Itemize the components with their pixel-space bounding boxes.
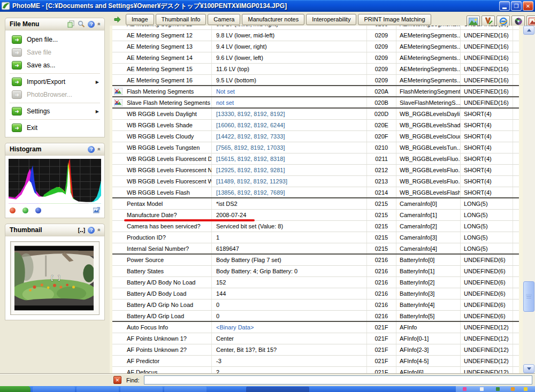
histogram-help-icon[interactable]: ? bbox=[88, 146, 95, 153]
value-cell: 9.5 LV (bottom) bbox=[211, 75, 366, 85]
menu-item-exit[interactable]: ➜Exit bbox=[5, 121, 104, 134]
internet-explorer-button[interactable] bbox=[496, 16, 510, 27]
value-cell: 9.6 LV (lower, left) bbox=[211, 52, 366, 63]
value-cell: Not set bbox=[211, 86, 366, 96]
tray-icon[interactable] bbox=[524, 387, 528, 391]
windows-taskbar bbox=[0, 386, 535, 392]
tab-thumbnail-info[interactable]: Thumbnail Info bbox=[156, 14, 207, 25]
table-row[interactable]: Battery A/D Body Load1440216BatteryInfo[… bbox=[112, 288, 519, 299]
web-update-button[interactable] bbox=[511, 16, 525, 27]
name-cell: Flash Metering Segments bbox=[124, 86, 211, 96]
table-row[interactable]: Battery A/D Grip Load00216BatteryInfo[5]… bbox=[112, 311, 519, 322]
table-row[interactable]: Battery A/D Body No Load1520216BatteryIn… bbox=[112, 277, 519, 288]
table-row[interactable]: AE Metering Segment 1511.6 LV (top)0209A… bbox=[112, 64, 519, 75]
table-row[interactable]: WB RGGB Levels Tungsten[7565, 8192, 8192… bbox=[112, 142, 519, 153]
table-row[interactable]: Battery A/D Grip No Load00216BatteryInfo… bbox=[112, 299, 519, 311]
table-row[interactable]: Auto Focus Info<Binary Data>021FAFInfoUN… bbox=[112, 322, 519, 333]
table-row[interactable]: AE Metering Segment 149.6 LV (lower, lef… bbox=[112, 52, 519, 64]
file-menu-body: ➜Open file...➜Save file➜Save as...➜Impor… bbox=[5, 30, 105, 137]
print-image-matching-button[interactable] bbox=[526, 16, 535, 27]
annotation-underline bbox=[124, 219, 255, 221]
table-row[interactable]: AF Defocus2021FAFInfo[6]UNDEFINED(12) bbox=[112, 367, 519, 373]
table-row[interactable]: AE Metering Segment 129.8 LV (lower, mid… bbox=[112, 30, 519, 41]
tray-icon[interactable] bbox=[496, 387, 500, 391]
table-row[interactable]: WB RGGB Levels Shade[16060, 8192, 8192, … bbox=[112, 120, 519, 131]
row-icon-cell bbox=[112, 311, 124, 321]
tray-icon[interactable] bbox=[511, 387, 515, 391]
minimize-button[interactable] bbox=[499, 1, 510, 11]
table-row[interactable]: WB RGGB Levels Flash[13856, 8192, 8192, … bbox=[112, 187, 519, 198]
thumbnail-collapse-icon[interactable]: » bbox=[96, 229, 102, 232]
menu-item-open-file-[interactable]: ➜Open file... bbox=[5, 33, 104, 46]
table-row[interactable]: AF Points Unknown 2?Center, Bit 13?, Bit… bbox=[112, 344, 519, 356]
type-cell: LONG(5) bbox=[460, 221, 513, 232]
table-row[interactable]: Pentax Model*ist DS20215CameraInfo[0]LON… bbox=[112, 198, 519, 210]
table-row[interactable]: AE Metering Segment 169.5 LV (bottom)020… bbox=[112, 75, 519, 86]
table-row[interactable]: Power SourceBody Battery (Flag 7 set)021… bbox=[112, 255, 519, 266]
find-input[interactable] bbox=[144, 375, 532, 385]
table-row[interactable]: Battery StatesBody Battery: 4; Grip Batt… bbox=[112, 266, 519, 277]
row-icon-cell bbox=[112, 75, 124, 85]
tab-print-image-matching[interactable]: PRINT Image Matching bbox=[358, 14, 431, 25]
scroll-up-button[interactable] bbox=[523, 26, 534, 35]
row-icon-cell bbox=[112, 255, 124, 265]
menu-item-settings[interactable]: ➜Settings▶ bbox=[5, 105, 104, 118]
table-row[interactable]: Internal Serial Number?61896470215Camera… bbox=[112, 243, 519, 255]
table-row[interactable]: WB RGGB Levels Fluorescent D[15615, 8192… bbox=[112, 153, 519, 165]
table-row[interactable]: Production ID?10215CameraInfo[3]LONG(5) bbox=[112, 232, 519, 243]
table-row[interactable]: AE Metering Segment 139.4 LV (lower, rig… bbox=[112, 41, 519, 52]
table-row[interactable]: Slave Flash Metering Segmentsnot set020B… bbox=[112, 97, 519, 109]
thumbnail-help-icon[interactable]: ? bbox=[88, 227, 95, 234]
thumbnail-image[interactable]: [ ] bbox=[14, 245, 94, 311]
tray-icon[interactable] bbox=[463, 387, 467, 391]
table-row[interactable]: Camera has been serviced?Serviced bit se… bbox=[112, 221, 519, 232]
tray-icon[interactable] bbox=[480, 387, 484, 391]
magnifier-icon[interactable] bbox=[78, 20, 85, 28]
start-button[interactable] bbox=[0, 386, 30, 392]
value-cell: Body Battery (Flag 7 set) bbox=[211, 255, 366, 265]
scroll-down-button[interactable] bbox=[523, 364, 534, 373]
find-close-button[interactable]: ✕ bbox=[113, 376, 121, 384]
table-row[interactable]: WB RGGB Levels Cloudy[14422, 8192, 8192,… bbox=[112, 131, 519, 142]
histogram-export-icon[interactable] bbox=[93, 207, 100, 213]
tab-interoperability[interactable]: Interoperability bbox=[306, 14, 356, 25]
histogram-collapse-icon[interactable]: » bbox=[96, 148, 102, 151]
red-channel-toggle[interactable] bbox=[10, 207, 16, 213]
restore-button[interactable]: ❐ bbox=[511, 1, 522, 11]
tab-image[interactable]: Image bbox=[126, 14, 154, 25]
taskbar-button-active[interactable] bbox=[246, 387, 309, 392]
menu-item-save-as-[interactable]: ➜Save as... bbox=[5, 59, 104, 72]
taskbar-button[interactable] bbox=[33, 387, 75, 392]
metering-chart-icon bbox=[114, 99, 123, 106]
table-row[interactable]: Flash Metering SegmentsNot set020AFlashM… bbox=[112, 86, 519, 97]
table-row[interactable]: AF Predictor-3021FAFInfo[4-5]UNDEFINED(1… bbox=[112, 356, 519, 367]
value-cell: 2008-07-24 bbox=[211, 210, 366, 220]
blue-channel-toggle[interactable] bbox=[35, 207, 41, 213]
scrollbar-thumb[interactable] bbox=[523, 281, 534, 312]
name-cell: WB RGGB Levels Flash bbox=[124, 187, 211, 197]
menu-item-import-export[interactable]: ➜Import/Export▶ bbox=[5, 75, 104, 88]
table-row[interactable]: AE Metering Segment 119.5 LV (lower, mid… bbox=[112, 26, 519, 30]
file-menu-collapse-icon[interactable]: » bbox=[96, 23, 102, 26]
table-row[interactable]: Manufacture Date?2008-07-240215CameraInf… bbox=[112, 210, 519, 221]
validation-button[interactable] bbox=[482, 16, 495, 27]
table-row[interactable]: WB RGGB Levels Fluorescent N[12925, 8192… bbox=[112, 165, 519, 176]
go-arrow-icon[interactable] bbox=[114, 16, 121, 23]
tab-camera[interactable]: Camera bbox=[208, 14, 240, 25]
table-row[interactable]: WB RGGB Levels Daylight[13330, 8192, 819… bbox=[112, 109, 519, 120]
copy-pages-icon[interactable] bbox=[67, 20, 75, 28]
tab-manufacturer-notes[interactable]: Manufacturer notes bbox=[242, 14, 304, 25]
taskbar-button[interactable] bbox=[164, 387, 207, 392]
green-channel-toggle[interactable] bbox=[22, 207, 28, 213]
table-row[interactable]: WB RGGB Levels Fluorescent W[11489, 8192… bbox=[112, 176, 519, 187]
table-scrollbar[interactable] bbox=[523, 26, 535, 373]
taskbar-button[interactable] bbox=[120, 387, 163, 392]
table-row[interactable]: AF Points Unknown 1?Center021FAFInfo[0-1… bbox=[112, 333, 519, 344]
image-viewer-button[interactable] bbox=[467, 16, 480, 27]
focus-frame-icon[interactable]: [‥] bbox=[78, 226, 85, 234]
taskbar-button[interactable] bbox=[77, 387, 119, 392]
file-menu-help-icon[interactable]: ? bbox=[88, 21, 95, 28]
tag-id-cell: 0213 bbox=[366, 176, 396, 187]
close-button[interactable]: ✕ bbox=[523, 1, 533, 11]
spacer-cell bbox=[513, 41, 519, 52]
